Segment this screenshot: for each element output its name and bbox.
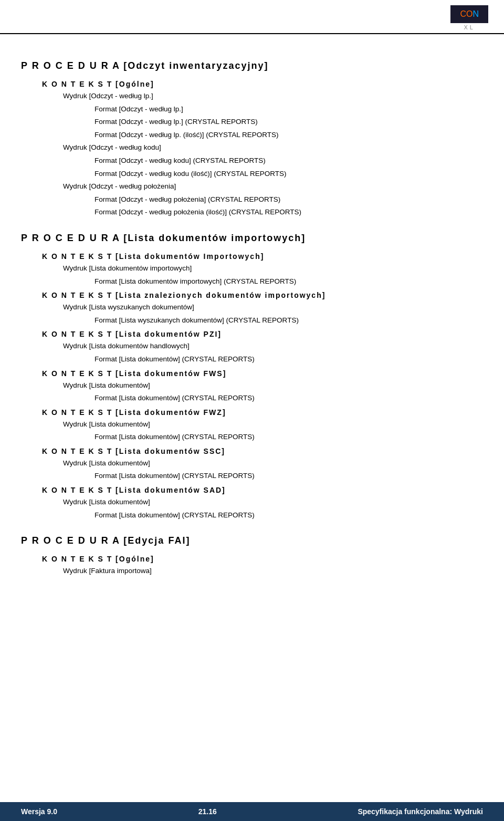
wydruk-sad: Wydruk [Lista dokumentów] xyxy=(63,496,483,508)
context-fwz: K O N T E K S T [Lista dokumentów FWZ] xyxy=(42,408,483,417)
procedure-title-odczyt: P R O C E D U R A [Odczyt inwentaryzacyj… xyxy=(21,60,483,71)
format-odczyt-polozenia-1: Format [Odczyt - według położenia] (CRYS… xyxy=(94,194,483,205)
format-wyszukanych: Format [Lista wyszukanych dokumentów] (C… xyxy=(94,315,483,326)
format-odczyt-lp-3: Format [Odczyt - według lp. (ilość)] (CR… xyxy=(94,129,483,141)
format-odczyt-kodu-1: Format [Odczyt - według kodu] (CRYSTAL R… xyxy=(94,155,483,167)
wydruk-lista-importowych: Wydruk [Lista dokumentów importowych] xyxy=(63,263,483,274)
format-odczyt-lp-2: Format [Odczyt - według lp.] (CRYSTAL RE… xyxy=(94,116,483,128)
logo-n: N xyxy=(472,9,479,19)
wydruk-ssc: Wydruk [Lista dokumentów] xyxy=(63,458,483,469)
format-sad: Format [Lista dokumentów] (CRYSTAL REPOR… xyxy=(94,510,483,521)
wydruk-odczyt-kodu: Wydruk [Odczyt - według kodu] xyxy=(63,142,483,153)
format-odczyt-polozenia-2: Format [Odczyt - według położenia (ilość… xyxy=(94,206,483,218)
procedure-title-lista: P R O C E D U R A [Lista dokumentów impo… xyxy=(21,233,483,244)
context-ssc: K O N T E K S T [Lista dokumentów SSC] xyxy=(42,447,483,455)
context-lista-importowych: K O N T E K S T [Lista dokumentów Import… xyxy=(42,252,483,261)
logo-container: CON XL xyxy=(450,5,488,30)
main-content: P R O C E D U R A [Odczyt inwentaryzacyj… xyxy=(0,34,504,610)
format-odczyt-lp-1: Format [Odczyt - według lp.] xyxy=(94,103,483,115)
footer-title: Specyfikacja funkcjonalna: Wydruki xyxy=(358,807,483,816)
section-odczyt: P R O C E D U R A [Odczyt inwentaryzacyj… xyxy=(21,60,483,218)
format-ssc: Format [Lista dokumentów] (CRYSTAL REPOR… xyxy=(94,470,483,482)
page-footer: Wersja 9.0 21.16 Specyfikacja funkcjonal… xyxy=(0,802,504,821)
wydruk-wyszukanych: Wydruk [Lista wyszukanych dokumentów] xyxy=(63,302,483,313)
footer-version: Wersja 9.0 xyxy=(21,807,57,816)
footer-page: 21.16 xyxy=(198,807,217,816)
wydruk-odczyt-lp: Wydruk [Odczyt - według lp.] xyxy=(63,90,483,102)
context-znalezionych: K O N T E K S T [Lista znalezionych doku… xyxy=(42,291,483,299)
wydruk-fwz: Wydruk [Lista dokumentów] xyxy=(63,419,483,430)
wydruk-handlowych: Wydruk [Lista dokumentów handlowych] xyxy=(63,340,483,352)
wydruk-odczyt-polozenia: Wydruk [Odczyt - według położenia] xyxy=(63,181,483,192)
format-fwz: Format [Lista dokumentów] (CRYSTAL REPOR… xyxy=(94,431,483,443)
format-pzi: Format [Lista dokumentów] (CRYSTAL REPOR… xyxy=(94,354,483,365)
wydruk-faktura-importowa: Wydruk [Faktura importowa] xyxy=(63,565,483,577)
context-ogolne-fai: K O N T E K S T [Ogólne] xyxy=(42,555,483,563)
context-fws: K O N T E K S T [Lista dokumentów FWS] xyxy=(42,369,483,378)
wydruk-fws: Wydruk [Lista dokumentów] xyxy=(63,380,483,391)
context-sad: K O N T E K S T [Lista dokumentów SAD] xyxy=(42,486,483,494)
section-lista-importowych: P R O C E D U R A [Lista dokumentów impo… xyxy=(21,233,483,521)
context-ogolne-1: K O N T E K S T [Ogólne] xyxy=(42,80,483,88)
logo-o: O xyxy=(466,9,472,19)
procedure-title-fai: P R O C E D U R A [Edycja FAI] xyxy=(21,535,483,546)
section-edycja-fai: P R O C E D U R A [Edycja FAI] K O N T E… xyxy=(21,535,483,577)
logo-c: C xyxy=(460,9,466,19)
format-lista-importowych: Format [Lista dokumentów importowych] (C… xyxy=(94,276,483,287)
format-fws: Format [Lista dokumentów] (CRYSTAL REPOR… xyxy=(94,392,483,404)
page-header: CON XL xyxy=(0,0,504,34)
context-pzi: K O N T E K S T [Lista dokumentów PZI] xyxy=(42,330,483,338)
logo-box: CON xyxy=(450,5,488,23)
logo-xl: XL xyxy=(464,24,475,30)
format-odczyt-kodu-2: Format [Odczyt - według kodu (ilość)] (C… xyxy=(94,168,483,180)
